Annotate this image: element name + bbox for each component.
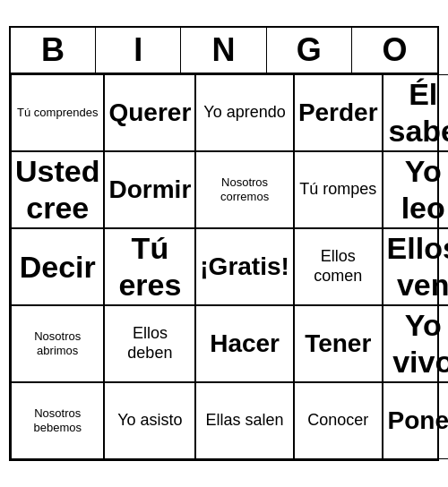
bingo-card: BINGO Tú comprendesQuererYo aprendoPerde… (9, 26, 439, 461)
cell-text-7: Nosotros corremos (200, 175, 289, 203)
bingo-header: BINGO (11, 28, 437, 74)
bingo-grid: Tú comprendesQuererYo aprendoPerderÉl sa… (11, 74, 437, 459)
bingo-cell-17: Hacer (195, 305, 294, 382)
bingo-cell-15: Nosotros abrimos (11, 305, 104, 382)
bingo-cell-4: Él sabe (383, 74, 448, 151)
cell-text-22: Ellas salen (206, 411, 284, 431)
bingo-cell-18: Tener (294, 305, 383, 382)
bingo-cell-20: Nosotros bebemos (11, 382, 104, 459)
cell-text-2: Yo aprendo (203, 103, 285, 123)
bingo-cell-23: Conocer (294, 382, 383, 459)
cell-text-8: Tú rompes (299, 180, 376, 200)
bingo-cell-7: Nosotros corremos (195, 151, 294, 228)
bingo-cell-0: Tú comprendes (11, 74, 104, 151)
bingo-cell-9: Yo leo (383, 151, 448, 228)
cell-text-18: Tener (305, 329, 371, 359)
header-letter-g: G (267, 28, 352, 73)
cell-text-11: Tú eres (108, 230, 191, 303)
bingo-cell-24: Poner (383, 382, 448, 459)
cell-text-19: Yo vivo (387, 307, 448, 380)
bingo-cell-19: Yo vivo (383, 305, 448, 382)
cell-text-20: Nosotros bebemos (15, 406, 99, 434)
bingo-cell-11: Tú eres (104, 228, 195, 305)
cell-text-13: Ellos comen (298, 247, 378, 286)
bingo-cell-10: Decir (11, 228, 104, 305)
bingo-cell-16: Ellos deben (104, 305, 195, 382)
bingo-cell-2: Yo aprendo (195, 74, 294, 151)
header-letter-n: N (181, 28, 266, 73)
bingo-cell-8: Tú rompes (294, 151, 383, 228)
cell-text-14: Ellos ven (387, 230, 448, 303)
cell-text-10: Decir (20, 249, 96, 286)
cell-text-12: ¡Gratis! (200, 252, 289, 282)
cell-text-6: Dormir (108, 175, 191, 205)
bingo-cell-6: Dormir (104, 151, 195, 228)
cell-text-15: Nosotros abrimos (15, 329, 99, 357)
cell-text-23: Conocer (307, 411, 368, 431)
bingo-cell-5: Usted cree (11, 151, 104, 228)
header-letter-o: O (352, 28, 437, 73)
bingo-cell-22: Ellas salen (195, 382, 294, 459)
cell-text-0: Tú comprendes (17, 106, 98, 120)
cell-text-24: Poner (388, 406, 448, 436)
bingo-cell-21: Yo asisto (104, 382, 195, 459)
header-letter-b: B (11, 28, 96, 73)
bingo-cell-3: Perder (294, 74, 383, 151)
cell-text-3: Perder (298, 98, 378, 128)
bingo-cell-13: Ellos comen (294, 228, 383, 305)
cell-text-21: Yo asisto (117, 411, 182, 431)
cell-text-16: Ellos deben (108, 324, 191, 363)
cell-text-5: Usted cree (15, 153, 99, 226)
cell-text-4: Él sabe (387, 76, 448, 150)
bingo-cell-12: ¡Gratis! (195, 228, 294, 305)
header-letter-i: I (96, 28, 181, 73)
cell-text-1: Querer (108, 98, 191, 128)
cell-text-17: Hacer (210, 329, 280, 359)
cell-text-9: Yo leo (387, 153, 448, 226)
bingo-cell-1: Querer (104, 74, 195, 151)
bingo-cell-14: Ellos ven (383, 228, 448, 305)
